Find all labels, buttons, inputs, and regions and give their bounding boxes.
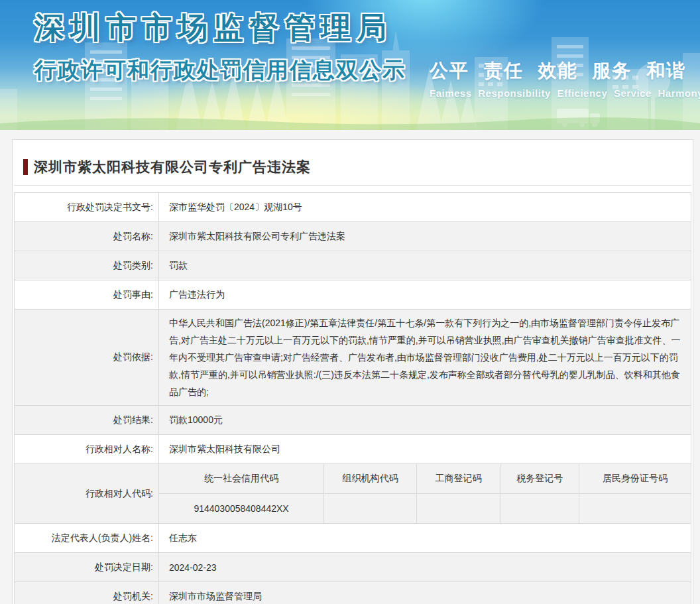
row-label: 处罚依据: (15, 310, 159, 406)
table-row-penalty-name: 处罚名称: 深圳市紫太阳科技有限公司专利广告违法案 (15, 222, 691, 251)
code-column-header: 税务登记号 (500, 464, 579, 493)
row-value: 中华人民共和国广告法(2021修正)/第五章法律责任/第五十七条/第一款有下列行… (159, 310, 691, 406)
case-title-row: 深圳市紫太阳科技有限公司专利广告违法案 (23, 158, 691, 176)
codes-table: 统一社会信用代码 组织机构代码 工商登记码 税务登记号 居民身份证号码 9144… (159, 464, 691, 523)
row-value: 广告违法行为 (159, 280, 691, 310)
row-value: 深圳市紫太阳科技有限公司专利广告违法案 (159, 222, 691, 251)
row-label: 处罚事由: (15, 280, 159, 310)
banner-slogan: 公平 责任 效能 服务 和谐 Faimess Responsibility Ef… (430, 58, 681, 99)
table-row-counterpart-codes: 行政相对人代码: 统一社会信用代码 组织机构代码 工商登记码 税务登记号 居民身… (15, 464, 691, 524)
row-value: 罚款10000元 (159, 406, 691, 435)
row-value: 2024-02-23 (159, 553, 691, 582)
table-row-counterpart-name: 行政相对人名称: 深圳市紫太阳科技有限公司 (15, 435, 691, 464)
table-row-legal-representative: 法定代表人(负责人)姓名: 任志东 (15, 524, 691, 553)
code-column-header: 统一社会信用代码 (159, 464, 324, 493)
row-label: 行政处罚决定书文号: (15, 193, 159, 222)
table-row-penalty-result: 处罚结果: 罚款10000元 (15, 406, 691, 435)
banner: 深圳市市场监督管理局 行政许可和行政处罚信用信息双公示 公平 责任 效能 服务 … (0, 0, 700, 130)
case-title: 深圳市紫太阳科技有限公司专利广告违法案 (34, 158, 311, 176)
row-label: 法定代表人(负责人)姓名: (15, 524, 159, 553)
code-column-header: 居民身份证号码 (579, 464, 691, 493)
table-row-penalty-basis: 处罚依据: 中华人民共和国广告法(2021修正)/第五章法律责任/第五十七条/第… (15, 310, 691, 406)
row-value: 任志东 (159, 524, 691, 553)
page: { "header": { "org_name": "深圳市市场监督管理局", … (0, 0, 700, 604)
table-row-penalty-category: 处罚类别: 罚款 (15, 251, 691, 280)
row-value: 深圳市市场监督管理局 (159, 582, 691, 604)
row-label: 行政相对人名称: (15, 435, 159, 464)
codes-value-row: 9144030058408442XX (159, 493, 691, 523)
row-label: 行政相对人代码: (15, 464, 159, 524)
title-accent-bar (23, 159, 28, 175)
row-label: 处罚名称: (15, 222, 159, 251)
table-row-penalty-reason: 处罚事由: 广告违法行为 (15, 280, 691, 310)
codes-nested-cell: 统一社会信用代码 组织机构代码 工商登记码 税务登记号 居民身份证号码 9144… (159, 464, 691, 524)
org-code-value (324, 493, 417, 523)
credit-code-value: 9144030058408442XX (159, 493, 324, 523)
row-label: 处罚决定日期: (15, 553, 159, 582)
id-number-value (579, 493, 691, 523)
tax-reg-code-value (500, 493, 579, 523)
code-column-header: 组织机构代码 (324, 464, 417, 493)
row-label: 处罚类别: (15, 251, 159, 280)
penalty-info-table: 行政处罚决定书文号: 深市监华处罚〔2024〕观湖10号 处罚名称: 深圳市紫太… (14, 192, 691, 604)
banner-org-name: 深圳市市场监督管理局 (34, 8, 392, 48)
row-value: 深市监华处罚〔2024〕观湖10号 (159, 193, 691, 222)
slogan-chinese: 公平 责任 效能 服务 和谐 (430, 58, 681, 84)
banner-subtitle: 行政许可和行政处罚信用信息双公示 (34, 56, 406, 86)
row-label: 处罚结果: (15, 406, 159, 435)
row-value: 深圳市紫太阳科技有限公司 (159, 435, 691, 464)
row-value: 罚款 (159, 251, 691, 280)
business-reg-code-value (416, 493, 500, 523)
table-row-decision-date: 处罚决定日期: 2024-02-23 (15, 553, 691, 582)
table-row-decision-number: 行政处罚决定书文号: 深市监华处罚〔2024〕观湖10号 (15, 193, 691, 222)
codes-header-row: 统一社会信用代码 组织机构代码 工商登记码 税务登记号 居民身份证号码 (159, 464, 691, 493)
title-divider (14, 185, 691, 186)
content-card: 深圳市紫太阳科技有限公司专利广告违法案 行政处罚决定书文号: 深市监华处罚〔20… (12, 139, 693, 604)
slogan-english: Faimess Responsibility Efficiency Servic… (430, 88, 681, 99)
table-row-penalty-authority: 处罚机关: 深圳市市场监督管理局 (15, 582, 691, 604)
code-column-header: 工商登记码 (416, 464, 500, 493)
row-label: 处罚机关: (15, 582, 159, 604)
